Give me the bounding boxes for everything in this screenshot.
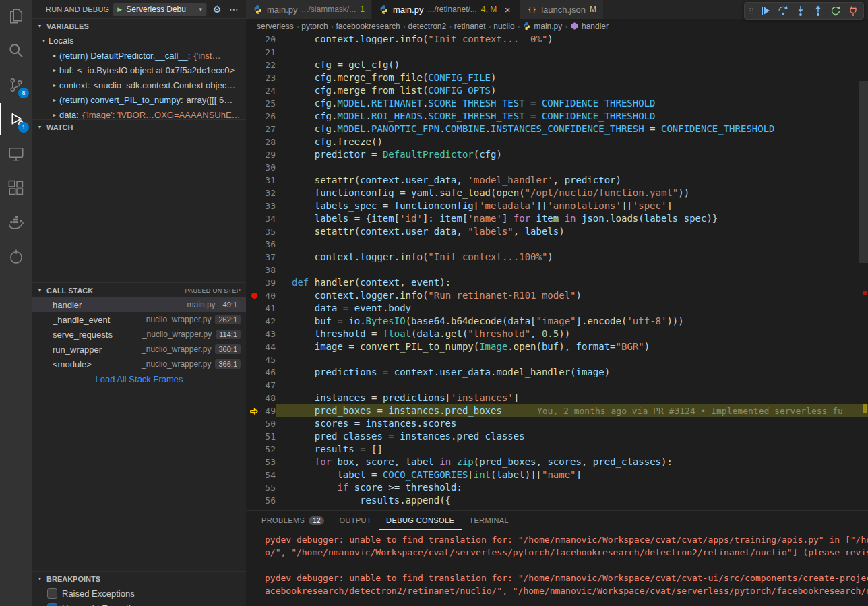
stack-frame[interactable]: run_wrapper_nuclio_wrapper.py360:1 [32, 342, 246, 357]
gutter-glyph-margin[interactable] [246, 443, 262, 456]
gutter-glyph-margin[interactable] [246, 353, 262, 366]
gutter-glyph-margin[interactable] [246, 238, 262, 251]
code-line[interactable]: 28 cfg.freeze() [246, 135, 868, 148]
gutter-glyph-margin[interactable] [246, 97, 262, 110]
activity-item-remote-explorer[interactable] [0, 138, 32, 170]
debug-config-dropdown[interactable]: ▶ Serverless Debu ▾ [113, 3, 207, 16]
gutter-glyph-margin[interactable] [246, 481, 262, 494]
code-line[interactable]: 50 scores = instances.scores [246, 417, 868, 430]
disconnect-button[interactable] [844, 3, 862, 19]
variable-item[interactable]: ▸(return) convert_PIL_to_numpy:array([[[… [32, 92, 246, 107]
gutter-glyph-margin[interactable] [246, 161, 262, 174]
breadcrumb-item[interactable]: handler [570, 22, 609, 31]
gutter-glyph-margin[interactable] [246, 187, 262, 200]
code-line[interactable]: 31 setattr(context.user_data, 'model_han… [246, 174, 868, 187]
breadcrumb-item[interactable]: pytorch [301, 22, 328, 31]
code-line[interactable]: 36 [246, 238, 868, 251]
gutter-glyph-margin[interactable] [246, 379, 262, 392]
gutter-glyph-margin[interactable] [246, 71, 262, 84]
code-line[interactable]: 52 results = [] [246, 443, 868, 456]
drag-handle-icon[interactable] [746, 5, 757, 16]
gutter-glyph-margin[interactable] [246, 456, 262, 468]
breadcrumb-item[interactable]: nuclio [493, 22, 514, 31]
code-line[interactable]: 38 [246, 264, 868, 276]
stack-frame[interactable]: handlermain.py49:1 [32, 297, 246, 312]
code-line[interactable]: 56 results.append({ [246, 494, 868, 507]
activity-item-run-and-debug[interactable]: 1 [0, 103, 32, 135]
code-line[interactable]: 43 threshold = float(data.get("threshold… [246, 328, 868, 340]
activity-item-misc-tool[interactable] [0, 241, 32, 273]
code-line[interactable]: 41 data = event.body [246, 302, 868, 315]
breadcrumb-item[interactable]: serverless [257, 22, 294, 31]
code-line[interactable]: 21 [246, 46, 868, 59]
code-line[interactable]: 25 cfg.MODEL.RETINANET.SCORE_THRESH_TEST… [246, 97, 868, 110]
close-icon[interactable]: × [502, 4, 513, 16]
gutter-glyph-margin[interactable] [246, 225, 262, 238]
gutter-glyph-margin[interactable] [246, 289, 262, 302]
activity-item-extensions[interactable] [0, 172, 32, 204]
code-line[interactable]: 22 cfg = get_cfg() [246, 59, 868, 71]
code-line[interactable]: 53 for box, score, label in zip(pred_box… [246, 456, 868, 468]
code-line[interactable]: 49 pred_boxes = instances.pred_boxesYou,… [246, 404, 868, 417]
gutter-glyph-margin[interactable] [246, 135, 262, 148]
gutter-glyph-margin[interactable] [246, 251, 262, 264]
checkbox[interactable]: ✓ [47, 603, 57, 606]
breadcrumb-item[interactable]: retinanet [454, 22, 486, 31]
gutter-glyph-margin[interactable] [246, 59, 262, 71]
gutter-glyph-margin[interactable] [246, 417, 262, 430]
code-line[interactable]: 48 instances = predictions['instances'] [246, 392, 868, 404]
code-line[interactable]: 33 labels_spec = functionconfig['metadat… [246, 200, 868, 212]
code-line[interactable]: 55 if score >= threshold: [246, 481, 868, 494]
editor-scrollbar[interactable] [859, 81, 868, 263]
code-line[interactable]: 51 pred_classes = instances.pred_classes [246, 430, 868, 443]
gutter-glyph-margin[interactable] [246, 200, 262, 212]
gutter-glyph-margin[interactable] [246, 468, 262, 481]
code-line[interactable]: 39def handler(context, event): [246, 276, 868, 289]
gutter-glyph-margin[interactable] [246, 328, 262, 340]
editor-tab-1[interactable]: main.py.../retinanet/...4, M× [372, 0, 520, 19]
code-line[interactable]: 40 context.logger.info("Run retinanet-R1… [246, 289, 868, 302]
breadcrumb-item[interactable]: detectron2 [408, 22, 446, 31]
code-line[interactable]: 30 [246, 161, 868, 174]
gutter-glyph-margin[interactable] [246, 276, 262, 289]
step-into-button[interactable] [792, 3, 809, 19]
gutter-glyph-margin[interactable] [246, 123, 262, 135]
breadcrumb-item[interactable]: main.py [522, 22, 562, 31]
variables-scope-locals[interactable]: ▾Locals [32, 33, 246, 48]
variables-section-header[interactable]: ▾ VARIABLES [32, 18, 246, 33]
panel-tab-debug-console[interactable]: DEBUG CONSOLE [379, 511, 462, 530]
load-all-stack-frames-link[interactable]: Load All Stack Frames [32, 374, 246, 384]
breakpoints-section-header[interactable]: ▾ BREAKPOINTS [32, 571, 246, 586]
code-line[interactable]: 46 predictions = context.user_data.model… [246, 366, 868, 379]
stack-frame[interactable]: <module>_nuclio_wrapper.py366:1 [32, 357, 246, 371]
code-line[interactable]: 37 context.logger.info("Init context...1… [246, 251, 868, 264]
panel-tab-terminal[interactable]: TERMINAL [462, 511, 516, 530]
activity-item-source-control[interactable]: 8 [0, 69, 32, 101]
editor-tab-0[interactable]: main.py.../siammask/...1 [246, 0, 371, 19]
gutter-glyph-margin[interactable] [246, 33, 262, 46]
breadcrumb-item[interactable]: facebookresearch [336, 22, 400, 31]
code-line[interactable]: 27 cfg.MODEL.PANOPTIC_FPN.COMBINE.INSTAN… [246, 123, 868, 135]
more-actions-icon[interactable]: ⋯ [227, 4, 241, 15]
code-line[interactable]: 26 cfg.MODEL.ROI_HEADS.SCORE_THRESH_TEST… [246, 110, 868, 123]
gutter-glyph-margin[interactable] [246, 264, 262, 276]
continue-button[interactable] [757, 3, 774, 19]
step-over-button[interactable] [774, 3, 792, 19]
code-line[interactable]: 24 cfg.merge_from_list(CONFIG_OPTS) [246, 84, 868, 97]
restart-button[interactable] [827, 3, 844, 19]
gutter-glyph-margin[interactable] [246, 84, 262, 97]
watch-section-header[interactable]: ▾ WATCH [32, 119, 246, 134]
code-line[interactable]: 47 [246, 379, 868, 392]
gutter-glyph-margin[interactable] [246, 340, 262, 353]
gutter-glyph-margin[interactable] [246, 174, 262, 187]
gutter-glyph-margin[interactable] [246, 315, 262, 328]
step-out-button[interactable] [809, 3, 827, 19]
variable-item[interactable]: ▸context:<nuclio_sdk.context.Context obj… [32, 78, 246, 92]
variable-item[interactable]: ▸(return) DefaultPredictor.__call__:{'in… [32, 48, 246, 63]
gutter-glyph-margin[interactable] [246, 212, 262, 225]
activity-item-docker[interactable] [0, 206, 32, 239]
code-line[interactable]: 35 setattr(context.user_data, "labels", … [246, 225, 868, 238]
code-line[interactable]: 45 [246, 353, 868, 366]
stack-frame[interactable]: _handle_event_nuclio_wrapper.py262:1 [32, 312, 246, 327]
breakpoint-item[interactable]: Raised Exceptions [32, 586, 246, 601]
